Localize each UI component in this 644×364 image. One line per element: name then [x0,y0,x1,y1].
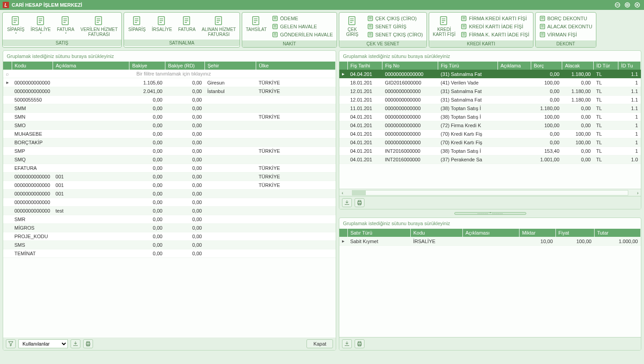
table-row[interactable]: 18.01.201GID2016000000(41) Verilen Vade1… [339,79,640,87]
table-row[interactable]: BORÇTAKİP0,000,00 [3,138,336,147]
table-row[interactable]: MUHASEBE0,000,00 [3,130,336,138]
ribbon-button[interactable]: TAHSİLAT [243,14,269,33]
table-row[interactable]: 0000000000000test0,000,00 [3,207,336,215]
table-row[interactable]: SMQ0,000,00 [3,155,336,164]
ribbon-button[interactable]: ÇEK GİRİŞ [340,14,364,38]
scroll-right-icon[interactable]: › [635,190,641,195]
table-row[interactable]: SMR0,000,00 [3,215,336,224]
ribbon-button-small[interactable]: KREDİ KARTI İADE FİŞİ [458,22,532,31]
column-header[interactable]: Açıklaması [462,229,519,237]
ribbon-button-small[interactable]: GELEN HAVALE [269,22,336,31]
ribbon-button[interactable]: İRSALİYE ˅ [28,14,53,38]
table-row[interactable]: 12.01.2010000000000000(31) Satınalma Fat… [339,96,640,104]
table-row[interactable]: 00000000000002.041,000,00İstanbulTÜRKİYE [3,87,336,96]
column-header[interactable]: Kodu [410,229,462,237]
print-detail-button[interactable] [355,339,364,348]
horizontal-scrollbar[interactable]: ‹ › [339,189,641,196]
ribbon-button-small[interactable]: GÖNDERİLEN HAVALE [269,31,336,39]
group-hint-left[interactable]: Gruplamak istediğiniz sütunu buraya sürü… [3,51,336,62]
export-button[interactable] [71,339,80,348]
ribbon-button-small[interactable]: ALACAK DEKONTU [537,22,595,31]
table-row[interactable]: PROJE_KODU0,000,00 [3,232,336,241]
ribbon-button-small[interactable]: FİRMA KREDİ KARTI FİŞİ [458,14,532,22]
table-row[interactable]: 50000555500,000,00 [3,96,336,104]
export-trans-button[interactable] [342,198,352,207]
column-header[interactable]: Kodu [12,62,53,70]
detail-grid[interactable]: Satır TürüKoduAçıklamasıMiktarFiyatTutar… [339,229,641,337]
ribbon-button[interactable]: SİPARİŞ ˅ [4,14,28,38]
print-trans-button[interactable] [355,198,364,207]
table-row[interactable]: 04.01.2010000000000000(38) Toptan Satış … [339,113,640,121]
table-row[interactable]: 04.01.2010000000000000(72) Firma Kredi K… [339,121,640,130]
ribbon-button-small[interactable]: ÖDEME [269,14,336,22]
ribbon-button[interactable]: FATURA ˅ [53,14,78,38]
close-button[interactable] [633,1,641,9]
column-header[interactable]: Tutar [594,229,640,237]
table-row[interactable]: MİGROS0,000,00 [3,224,336,232]
group-hint-detail[interactable]: Gruplamak istediğiniz sütunu buraya sürü… [339,218,641,229]
table-row[interactable]: ▸Sabit KıymetİRSALİYE10,00100,001.000,00 [339,237,640,246]
column-header[interactable]: Fiyat [555,229,594,237]
column-header[interactable]: Fiş Türü [438,62,498,70]
column-header[interactable]: Bakiye (RD) [165,62,204,70]
print-button[interactable] [83,339,93,348]
column-header[interactable]: Fiş Tarihi [347,62,382,70]
filter-row[interactable]: ⌕Bir filitre tanımlamak için tıklayınız [3,70,336,78]
transactions-grid[interactable]: Fiş TarihiFiş NoFiş TürüAçıklamaBorçAlac… [339,62,641,189]
accounts-grid[interactable]: KoduAçıklamaBakiyeBakiye (RD)ŞehirÜlke ⌕… [3,62,336,337]
group-hint-trans[interactable]: Gruplamak istediğiniz sütunu buraya sürü… [339,51,641,62]
horizontal-splitter[interactable]: ⋯⋯⋯ ˅ ⋯⋯⋯ [339,211,641,216]
close-panel-button[interactable]: Kapat [306,339,333,348]
ribbon-button[interactable]: KREDİ KARTI FİŞİ [430,14,458,38]
export-detail-button[interactable] [342,339,352,348]
column-header[interactable]: Şehir [204,62,256,70]
table-row[interactable]: 04.01.2010000000000000(70) Kredi Kartı F… [339,138,640,147]
column-header[interactable]: Borç [531,62,562,70]
ribbon-button[interactable]: FATURA [175,14,199,33]
column-header[interactable]: Bakiye [129,62,165,70]
column-header[interactable]: Fiş No [382,62,438,70]
ribbon-button-small[interactable]: BORÇ DEKONTU [537,14,595,22]
ribbon-button-small[interactable]: FİRMA K. KARTI İADE FİŞİ [458,31,532,39]
ribbon-button[interactable]: SİPARİŞ [125,14,149,33]
table-row[interactable]: 00000000000000,000,00 [3,198,336,207]
ribbon-button-small[interactable]: SENET GİRİŞ [364,22,426,31]
svg-rect-78 [540,16,545,21]
table-row[interactable]: ▸04.04.20100000000000000(31) Satınalma F… [339,70,640,79]
table-row[interactable]: SMN0,000,00TÜRKİYE [3,113,336,121]
table-row[interactable]: 00000000000000010,000,00 [3,190,336,198]
ribbon-button-small[interactable]: ÇEK ÇIKIŞ (CİRO) [364,14,426,22]
column-header[interactable]: Açıklama [497,62,531,70]
minimize-button[interactable] [613,1,622,9]
column-header[interactable]: Miktar [519,229,555,237]
filter-combo[interactable]: Kullanılanlar [18,339,68,348]
table-row[interactable]: 04.01.201INT2016000000(38) Toptan Satış … [339,147,640,155]
table-row[interactable]: SMM0,000,00 [3,104,336,113]
table-row[interactable]: 04.01.201INT2016000000(37) Perakende Sa1… [339,155,640,164]
maximize-button[interactable] [623,1,631,9]
ribbon-button[interactable]: ALINAN HİZMET FATURASI [199,14,239,38]
column-header[interactable]: İD Tür [593,62,618,70]
column-header[interactable]: Açıklama [53,62,129,70]
ribbon-button[interactable]: İRSALİYE [149,14,175,33]
table-row[interactable]: ▸00000000000001.105,600,00GiresunTÜRKİYE [3,78,336,87]
scroll-left-icon[interactable]: ‹ [339,190,346,195]
table-row[interactable]: 04.01.2010000000000000(70) Kredi Kartı F… [339,130,640,138]
ribbon-button-small[interactable]: SENET ÇIKIŞ (CİRO) [364,31,426,39]
table-row[interactable]: SMP0,000,00TÜRKİYE [3,147,336,155]
table-row[interactable]: SMS0,000,00 [3,241,336,249]
column-header[interactable]: Ülke [256,62,335,70]
table-row[interactable]: TEMİNAT0,000,00 [3,249,336,258]
ribbon-button[interactable]: VERİLEN HİZMET FATURASI [78,14,120,38]
ribbon-button-small[interactable]: VİRMAN FİŞİ [537,31,595,39]
table-row[interactable]: 11.01.2010000000000000(38) Toptan Satış … [339,104,640,113]
table-row[interactable]: 00000000000000010,000,00TÜRKİYE [3,181,336,190]
table-row[interactable]: SMO0,000,00 [3,121,336,130]
filter-button[interactable] [6,339,16,348]
table-row[interactable]: 00000000000000010,000,00TÜRKİYE [3,173,336,181]
column-header[interactable]: Alacak [562,62,594,70]
table-row[interactable]: 12.01.2010000000000000(31) Satınalma Fat… [339,87,640,96]
column-header[interactable]: İD Tu [618,62,641,70]
table-row[interactable]: EFATURA0,000,00TÜRKİYE [3,164,336,173]
column-header[interactable]: Satır Türü [347,229,410,237]
